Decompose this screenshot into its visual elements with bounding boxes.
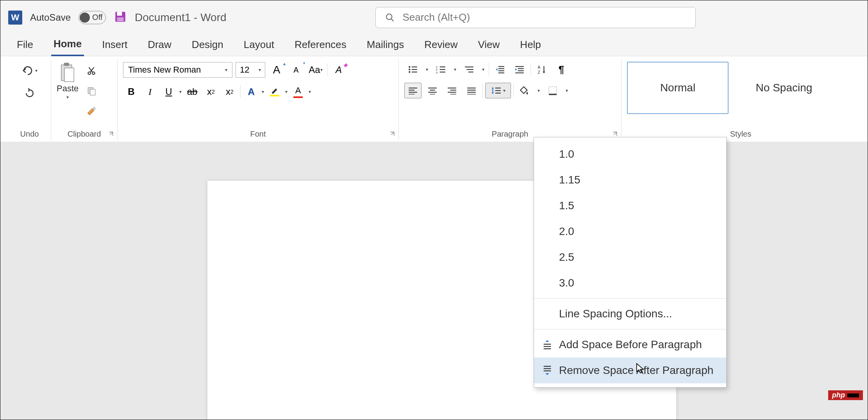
tab-draw[interactable]: Draw	[145, 35, 174, 55]
strikethrough-button[interactable]: ab	[184, 84, 200, 100]
text-effects-button[interactable]: A	[243, 84, 259, 100]
group-undo: ▾ Undo	[8, 59, 51, 140]
add-space-before[interactable]: Add Space Before Paragraph	[534, 332, 726, 358]
font-launcher[interactable]	[388, 130, 396, 138]
chevron-down-icon: ▾	[35, 68, 38, 73]
cut-button[interactable]	[82, 62, 100, 80]
add-space-before-icon	[541, 338, 554, 351]
svg-text:3: 3	[436, 71, 438, 74]
tab-layout[interactable]: Layout	[241, 35, 277, 55]
line-spacing-options[interactable]: Line Spacing Options...	[534, 301, 726, 327]
borders-button[interactable]	[544, 83, 561, 98]
tab-help[interactable]: Help	[518, 35, 543, 55]
shrink-font-button[interactable]: A▾	[288, 62, 304, 78]
group-font: Times New Roman▾ 12▾ A▴ A▾ Aa▾ A◆ B I U …	[118, 59, 399, 140]
spacing-2.5[interactable]: 2.5	[534, 244, 726, 270]
align-left-button[interactable]	[404, 83, 421, 98]
format-painter-button[interactable]	[82, 102, 100, 120]
shading-button[interactable]	[516, 83, 533, 98]
tab-review[interactable]: Review	[422, 35, 460, 55]
underline-button[interactable]: U	[161, 84, 177, 100]
document-canvas	[0, 142, 868, 420]
chevron-down-icon[interactable]: ▾	[309, 89, 311, 94]
style-normal[interactable]: Normal	[627, 62, 729, 114]
decrease-indent-button[interactable]	[491, 62, 509, 77]
highlight-button[interactable]	[266, 84, 283, 100]
autosave-label: AutoSave	[30, 12, 71, 23]
remove-space-after-icon	[541, 364, 554, 377]
line-spacing-menu: 1.0 1.15 1.5 2.0 2.5 3.0 Line Spacing Op…	[534, 137, 727, 388]
font-name-combo[interactable]: Times New Roman▾	[123, 62, 232, 78]
numbering-button[interactable]: 123	[432, 62, 450, 77]
chevron-down-icon: ▾	[259, 67, 261, 73]
tab-mailings[interactable]: Mailings	[364, 35, 406, 55]
autosave-toggle[interactable]: Off	[79, 11, 106, 24]
title-bar: W AutoSave Off Document1 - Word	[0, 0, 868, 34]
copy-button[interactable]	[82, 82, 100, 100]
change-case-button[interactable]: Aa▾	[307, 62, 324, 78]
clear-formatting-button[interactable]: A◆	[330, 62, 347, 78]
tab-view[interactable]: View	[475, 35, 502, 55]
undo-button[interactable]: ▾	[21, 62, 39, 80]
tab-references[interactable]: References	[292, 35, 349, 55]
paste-label: Paste	[57, 84, 79, 94]
font-color-button[interactable]: A	[290, 84, 306, 100]
chevron-down-icon[interactable]: ▾	[179, 89, 182, 94]
chevron-down-icon[interactable]: ▾	[285, 89, 288, 94]
show-marks-button[interactable]: ¶	[553, 62, 570, 77]
spacing-3.0[interactable]: 3.0	[534, 270, 726, 296]
svg-rect-6	[64, 68, 74, 82]
chevron-down-icon[interactable]: ▾	[424, 67, 430, 72]
spacing-1.5[interactable]: 1.5	[534, 193, 726, 219]
group-styles: Normal No Spacing Styles	[622, 59, 860, 140]
group-paragraph: ▾ 123 ▾ ▾ AZ ¶ ▾	[399, 59, 622, 140]
tab-home[interactable]: Home	[51, 34, 84, 56]
tab-design[interactable]: Design	[189, 35, 226, 55]
redo-button[interactable]	[21, 84, 39, 102]
menu-separator	[534, 329, 726, 329]
chevron-down-icon[interactable]: ▾	[480, 67, 486, 72]
tab-insert[interactable]: Insert	[100, 35, 130, 55]
grow-font-button[interactable]: A▴	[268, 62, 285, 78]
justify-button[interactable]	[463, 83, 480, 98]
paragraph-launcher[interactable]	[611, 130, 619, 138]
chevron-down-icon[interactable]: ▾	[262, 89, 264, 94]
increase-indent-button[interactable]	[511, 62, 528, 77]
menu-separator	[534, 298, 726, 299]
chevron-down-icon: ▾	[225, 67, 227, 73]
svg-text:A: A	[538, 65, 541, 69]
line-spacing-button[interactable]: ▾	[485, 83, 511, 98]
bold-button[interactable]: B	[123, 84, 139, 100]
search-input[interactable]	[403, 11, 686, 23]
align-right-button[interactable]	[443, 83, 461, 98]
italic-button[interactable]: I	[142, 84, 158, 100]
font-size-combo[interactable]: 12▾	[236, 62, 265, 78]
spacing-1.0[interactable]: 1.0	[534, 141, 726, 167]
chevron-down-icon[interactable]: ▾	[536, 88, 542, 93]
chevron-down-icon[interactable]: ▾	[452, 67, 458, 72]
tab-file[interactable]: File	[14, 35, 36, 55]
paste-button[interactable]: Paste ▾	[57, 62, 79, 100]
toggle-knob	[80, 12, 90, 23]
svg-rect-2	[117, 17, 124, 21]
svg-point-3	[386, 14, 392, 19]
subscript-button[interactable]: x2	[203, 84, 219, 100]
clipboard-launcher[interactable]	[107, 130, 115, 138]
chevron-down-icon[interactable]: ▾	[564, 88, 570, 93]
style-no-spacing[interactable]: No Spacing	[733, 62, 835, 114]
chevron-down-icon: ▾	[320, 67, 323, 73]
document-title: Document1 - Word	[135, 11, 226, 24]
word-app-icon: W	[8, 11, 22, 25]
spacing-2.0[interactable]: 2.0	[534, 219, 726, 244]
align-center-button[interactable]	[424, 83, 441, 98]
save-button[interactable]	[114, 10, 127, 25]
svg-rect-61	[549, 87, 557, 94]
superscript-button[interactable]: x2	[221, 84, 238, 100]
spacing-1.15[interactable]: 1.15	[534, 167, 726, 193]
sort-button[interactable]: AZ	[533, 62, 550, 77]
remove-space-after[interactable]: Remove Space After Paragraph	[534, 358, 726, 383]
multilevel-list-button[interactable]	[461, 62, 478, 77]
search-box[interactable]	[375, 7, 696, 28]
bullets-button[interactable]	[404, 62, 421, 77]
svg-text:Z: Z	[538, 70, 540, 75]
